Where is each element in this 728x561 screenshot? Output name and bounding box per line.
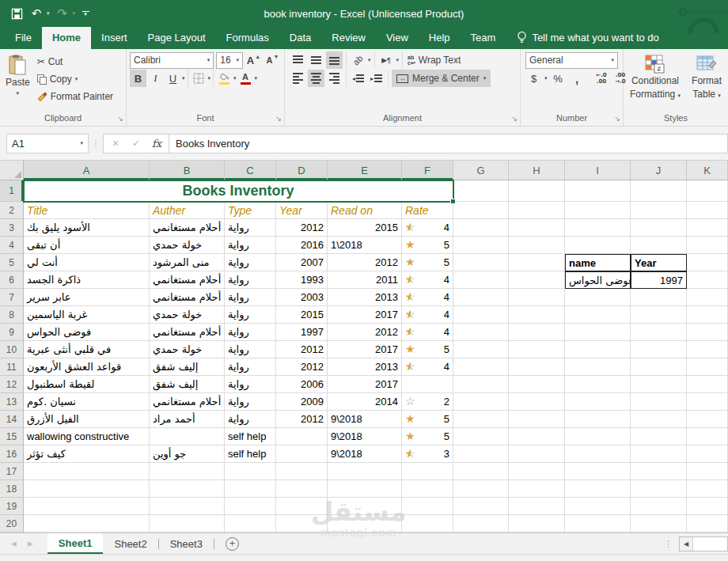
cell-A15[interactable]: wallowing constructive [24, 428, 150, 445]
cell-H4[interactable] [509, 237, 565, 254]
ribbon-tab-review[interactable]: Review [321, 27, 376, 49]
cell-A16[interactable]: كيف تؤثر [24, 445, 150, 463]
row-header-17[interactable]: 17 [0, 463, 24, 480]
cell-J2[interactable] [631, 202, 687, 219]
cell-B4[interactable]: خولة حمدي [150, 237, 225, 254]
previous-sheet-icon[interactable]: ◀ [11, 540, 17, 548]
cell-B13[interactable]: أحلام مستغانمي [150, 393, 225, 411]
cell-H9[interactable] [509, 324, 565, 341]
row-header-1[interactable]: 1 [0, 180, 24, 202]
cell-I7[interactable] [565, 289, 631, 306]
row-header-9[interactable]: 9 [0, 324, 24, 341]
cell-I11[interactable] [565, 358, 631, 376]
cell-G20[interactable] [453, 515, 509, 533]
cell-K13[interactable] [687, 393, 728, 411]
cell-B6[interactable]: أحلام مستغانمي [150, 271, 225, 289]
cell-C15[interactable]: self help [225, 428, 276, 445]
center-button[interactable] [308, 70, 324, 87]
cell-A20[interactable] [24, 515, 150, 533]
number-format-combobox[interactable]: General ▾ [525, 52, 618, 69]
fill-color-button[interactable] [216, 70, 233, 87]
cell-A4[interactable]: أن تبقى [24, 237, 150, 254]
active-cell-A1-books-inventory[interactable]: Books Inventory [24, 180, 453, 202]
cell-E12[interactable]: 2017 [328, 376, 402, 393]
cell-I8[interactable] [565, 306, 631, 324]
cell-A9[interactable]: فوضى الحواس [24, 324, 150, 341]
ribbon-tab-data[interactable]: Data [279, 27, 321, 49]
cut-button[interactable]: ✂ Cut [34, 53, 116, 70]
cell-H16[interactable] [509, 445, 565, 463]
cell-C3[interactable]: رواية [225, 219, 276, 237]
cell-G19[interactable] [453, 498, 509, 515]
cell-A8[interactable]: غربة الياسمين [24, 306, 150, 324]
row-header-4[interactable]: 4 [0, 237, 24, 254]
cell-B9[interactable]: أحلام مستغانمي [150, 324, 225, 341]
cell-F13[interactable]: ☆2 [402, 393, 453, 411]
cell-E9[interactable]: 2012 [328, 324, 402, 341]
cell-C8[interactable]: رواية [225, 306, 276, 324]
ribbon-tab-help[interactable]: Help [419, 27, 461, 49]
borders-caret-icon[interactable]: ▾ [208, 75, 211, 81]
conditional-formatting-button[interactable]: ≠ Conditional Formatting ▾ [626, 51, 684, 112]
copy-button[interactable]: Copy ▾ [34, 70, 116, 88]
cell-J8[interactable] [631, 306, 687, 324]
cell-G7[interactable] [453, 289, 509, 306]
cell-J7[interactable] [631, 289, 687, 306]
row-header-11[interactable]: 11 [0, 358, 24, 376]
sheet-tab-sheet2[interactable]: Sheet2 [103, 533, 157, 554]
cell-G9[interactable] [453, 324, 509, 341]
cell-A11[interactable]: قواعد العشق الأربعون [24, 358, 150, 376]
alignment-dialog-launcher-icon[interactable]: ↘ [511, 115, 518, 123]
cell-G18[interactable] [453, 480, 509, 498]
cell-C6[interactable]: رواية [225, 271, 276, 289]
font-color-button[interactable]: A [237, 70, 254, 87]
comma-style-button[interactable]: , [569, 70, 586, 87]
cell-F14[interactable]: ★5 [402, 411, 453, 428]
orientation-button[interactable]: ab [350, 51, 366, 69]
cell-D5[interactable]: 2007 [276, 254, 328, 271]
cell-I6[interactable]: فوضى الحواس [565, 271, 631, 289]
insert-function-icon[interactable]: fx [146, 138, 167, 150]
cell-C2[interactable]: Type [225, 202, 276, 219]
cell-E4[interactable]: 1\2018 [328, 237, 402, 254]
cell-G5[interactable] [453, 254, 509, 271]
cell-F15[interactable]: ★5 [402, 428, 453, 445]
row-header-10[interactable]: 10 [0, 341, 24, 358]
cell-J17[interactable] [631, 463, 687, 480]
cell-K2[interactable] [687, 202, 728, 219]
row-header-20[interactable]: 20 [0, 515, 24, 533]
number-dialog-launcher-icon[interactable]: ↘ [614, 115, 620, 123]
cell-H14[interactable] [509, 411, 565, 428]
cell-F6[interactable]: ☆★4 [402, 271, 453, 289]
cell-C10[interactable]: رواية [225, 341, 276, 358]
cell-D13[interactable]: 2009 [276, 393, 328, 411]
cell-F11[interactable]: ☆★4 [402, 358, 453, 376]
cell-C9[interactable]: رواية [225, 324, 276, 341]
cell-K11[interactable] [687, 358, 728, 376]
column-header-D[interactable]: D [276, 161, 328, 180]
cell-B5[interactable]: منى المرشود [150, 254, 225, 271]
column-header-A[interactable]: A [24, 161, 150, 180]
cell-F2[interactable]: Rate [402, 202, 453, 219]
cell-J18[interactable] [631, 480, 687, 498]
cell-F9[interactable]: ☆★4 [402, 324, 453, 341]
cell-I1[interactable] [565, 180, 631, 202]
undo-icon[interactable]: ↶ [29, 6, 44, 21]
cell-C13[interactable]: رواية [225, 393, 276, 411]
cell-D8[interactable]: 2015 [276, 306, 328, 324]
cell-B7[interactable]: أحلام مستغانمي [150, 289, 225, 306]
cell-D20[interactable] [276, 515, 328, 533]
wrap-text-button[interactable]: abc↩ Wrap Text [406, 51, 462, 69]
cell-I3[interactable] [565, 219, 631, 237]
enter-icon[interactable]: ✓ [126, 138, 146, 149]
cell-I9[interactable] [565, 324, 631, 341]
cell-H2[interactable] [509, 202, 565, 219]
italic-button[interactable]: I [147, 70, 164, 87]
row-header-7[interactable]: 7 [0, 289, 24, 306]
cell-E13[interactable]: 2014 [328, 393, 402, 411]
cell-E10[interactable]: 2017 [328, 341, 402, 358]
cell-F4[interactable]: ★5 [402, 237, 453, 254]
cell-D11[interactable]: 2012 [276, 358, 328, 376]
cell-K4[interactable] [687, 237, 728, 254]
merge-center-caret-icon[interactable]: ▾ [483, 75, 487, 81]
